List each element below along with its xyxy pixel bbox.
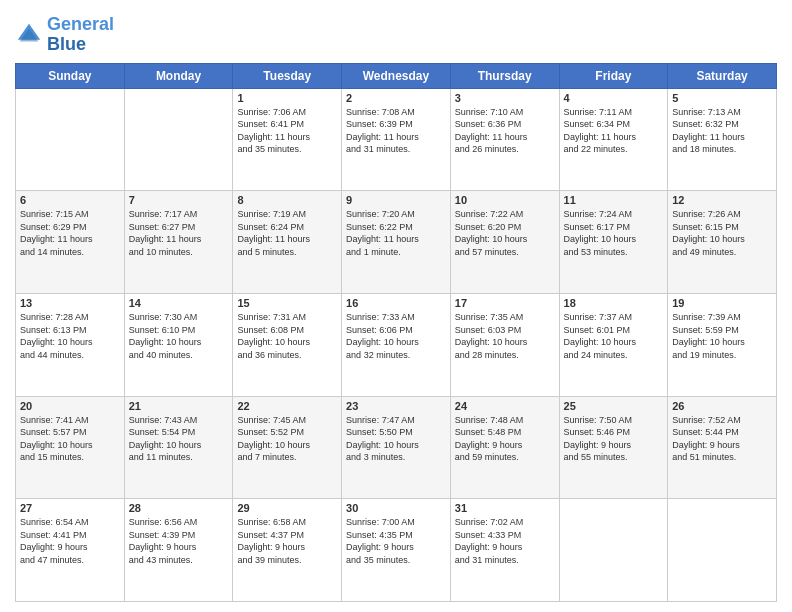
day-info: Sunrise: 7:08 AMSunset: 6:39 PMDaylight:… — [346, 106, 446, 156]
calendar-cell: 24Sunrise: 7:48 AMSunset: 5:48 PMDayligh… — [450, 396, 559, 499]
day-number: 15 — [237, 297, 337, 309]
calendar-cell: 15Sunrise: 7:31 AMSunset: 6:08 PMDayligh… — [233, 293, 342, 396]
calendar-cell: 30Sunrise: 7:00 AMSunset: 4:35 PMDayligh… — [342, 499, 451, 602]
calendar-cell: 8Sunrise: 7:19 AMSunset: 6:24 PMDaylight… — [233, 191, 342, 294]
calendar-cell: 16Sunrise: 7:33 AMSunset: 6:06 PMDayligh… — [342, 293, 451, 396]
day-info: Sunrise: 7:00 AMSunset: 4:35 PMDaylight:… — [346, 516, 446, 566]
calendar-cell: 14Sunrise: 7:30 AMSunset: 6:10 PMDayligh… — [124, 293, 233, 396]
col-header-saturday: Saturday — [668, 63, 777, 88]
day-info: Sunrise: 6:56 AMSunset: 4:39 PMDaylight:… — [129, 516, 229, 566]
day-info: Sunrise: 7:41 AMSunset: 5:57 PMDaylight:… — [20, 414, 120, 464]
day-number: 1 — [237, 92, 337, 104]
day-info: Sunrise: 7:06 AMSunset: 6:41 PMDaylight:… — [237, 106, 337, 156]
calendar-cell: 4Sunrise: 7:11 AMSunset: 6:34 PMDaylight… — [559, 88, 668, 191]
calendar-cell: 2Sunrise: 7:08 AMSunset: 6:39 PMDaylight… — [342, 88, 451, 191]
calendar-cell: 11Sunrise: 7:24 AMSunset: 6:17 PMDayligh… — [559, 191, 668, 294]
day-info: Sunrise: 7:17 AMSunset: 6:27 PMDaylight:… — [129, 208, 229, 258]
day-info: Sunrise: 7:48 AMSunset: 5:48 PMDaylight:… — [455, 414, 555, 464]
calendar-cell — [124, 88, 233, 191]
day-number: 9 — [346, 194, 446, 206]
calendar-cell: 5Sunrise: 7:13 AMSunset: 6:32 PMDaylight… — [668, 88, 777, 191]
day-number: 3 — [455, 92, 555, 104]
calendar-cell: 26Sunrise: 7:52 AMSunset: 5:44 PMDayligh… — [668, 396, 777, 499]
day-info: Sunrise: 7:43 AMSunset: 5:54 PMDaylight:… — [129, 414, 229, 464]
page: General Blue SundayMondayTuesdayWednesda… — [0, 0, 792, 612]
day-info: Sunrise: 7:11 AMSunset: 6:34 PMDaylight:… — [564, 106, 664, 156]
col-header-sunday: Sunday — [16, 63, 125, 88]
col-header-wednesday: Wednesday — [342, 63, 451, 88]
calendar-cell — [16, 88, 125, 191]
day-number: 30 — [346, 502, 446, 514]
col-header-thursday: Thursday — [450, 63, 559, 88]
calendar-cell: 7Sunrise: 7:17 AMSunset: 6:27 PMDaylight… — [124, 191, 233, 294]
day-number: 4 — [564, 92, 664, 104]
calendar-cell — [668, 499, 777, 602]
day-info: Sunrise: 7:02 AMSunset: 4:33 PMDaylight:… — [455, 516, 555, 566]
day-info: Sunrise: 7:39 AMSunset: 5:59 PMDaylight:… — [672, 311, 772, 361]
day-number: 17 — [455, 297, 555, 309]
day-number: 21 — [129, 400, 229, 412]
day-number: 14 — [129, 297, 229, 309]
calendar-cell: 3Sunrise: 7:10 AMSunset: 6:36 PMDaylight… — [450, 88, 559, 191]
day-info: Sunrise: 7:20 AMSunset: 6:22 PMDaylight:… — [346, 208, 446, 258]
day-number: 26 — [672, 400, 772, 412]
calendar-cell: 10Sunrise: 7:22 AMSunset: 6:20 PMDayligh… — [450, 191, 559, 294]
header-row: SundayMondayTuesdayWednesdayThursdayFrid… — [16, 63, 777, 88]
calendar-cell: 31Sunrise: 7:02 AMSunset: 4:33 PMDayligh… — [450, 499, 559, 602]
logo-text: General Blue — [47, 15, 114, 55]
calendar-cell: 28Sunrise: 6:56 AMSunset: 4:39 PMDayligh… — [124, 499, 233, 602]
day-number: 16 — [346, 297, 446, 309]
day-number: 31 — [455, 502, 555, 514]
day-number: 24 — [455, 400, 555, 412]
day-number: 28 — [129, 502, 229, 514]
day-number: 11 — [564, 194, 664, 206]
calendar-cell — [559, 499, 668, 602]
day-number: 23 — [346, 400, 446, 412]
calendar-cell: 6Sunrise: 7:15 AMSunset: 6:29 PMDaylight… — [16, 191, 125, 294]
day-info: Sunrise: 7:10 AMSunset: 6:36 PMDaylight:… — [455, 106, 555, 156]
day-number: 10 — [455, 194, 555, 206]
day-info: Sunrise: 7:52 AMSunset: 5:44 PMDaylight:… — [672, 414, 772, 464]
day-info: Sunrise: 6:54 AMSunset: 4:41 PMDaylight:… — [20, 516, 120, 566]
day-number: 27 — [20, 502, 120, 514]
header: General Blue — [15, 15, 777, 55]
day-number: 29 — [237, 502, 337, 514]
logo: General Blue — [15, 15, 114, 55]
day-info: Sunrise: 7:50 AMSunset: 5:46 PMDaylight:… — [564, 414, 664, 464]
calendar-cell: 23Sunrise: 7:47 AMSunset: 5:50 PMDayligh… — [342, 396, 451, 499]
day-number: 7 — [129, 194, 229, 206]
day-number: 6 — [20, 194, 120, 206]
day-info: Sunrise: 7:31 AMSunset: 6:08 PMDaylight:… — [237, 311, 337, 361]
calendar-cell: 18Sunrise: 7:37 AMSunset: 6:01 PMDayligh… — [559, 293, 668, 396]
day-info: Sunrise: 7:47 AMSunset: 5:50 PMDaylight:… — [346, 414, 446, 464]
calendar-cell: 21Sunrise: 7:43 AMSunset: 5:54 PMDayligh… — [124, 396, 233, 499]
calendar-cell: 27Sunrise: 6:54 AMSunset: 4:41 PMDayligh… — [16, 499, 125, 602]
calendar-cell: 17Sunrise: 7:35 AMSunset: 6:03 PMDayligh… — [450, 293, 559, 396]
day-number: 22 — [237, 400, 337, 412]
day-info: Sunrise: 7:28 AMSunset: 6:13 PMDaylight:… — [20, 311, 120, 361]
day-info: Sunrise: 6:58 AMSunset: 4:37 PMDaylight:… — [237, 516, 337, 566]
day-info: Sunrise: 7:45 AMSunset: 5:52 PMDaylight:… — [237, 414, 337, 464]
day-number: 19 — [672, 297, 772, 309]
calendar-cell: 20Sunrise: 7:41 AMSunset: 5:57 PMDayligh… — [16, 396, 125, 499]
week-row-2: 13Sunrise: 7:28 AMSunset: 6:13 PMDayligh… — [16, 293, 777, 396]
calendar-cell: 29Sunrise: 6:58 AMSunset: 4:37 PMDayligh… — [233, 499, 342, 602]
calendar-cell: 9Sunrise: 7:20 AMSunset: 6:22 PMDaylight… — [342, 191, 451, 294]
day-number: 13 — [20, 297, 120, 309]
calendar-cell: 1Sunrise: 7:06 AMSunset: 6:41 PMDaylight… — [233, 88, 342, 191]
day-number: 12 — [672, 194, 772, 206]
day-number: 8 — [237, 194, 337, 206]
day-number: 2 — [346, 92, 446, 104]
col-header-monday: Monday — [124, 63, 233, 88]
logo-icon — [15, 21, 43, 49]
calendar-cell: 25Sunrise: 7:50 AMSunset: 5:46 PMDayligh… — [559, 396, 668, 499]
week-row-0: 1Sunrise: 7:06 AMSunset: 6:41 PMDaylight… — [16, 88, 777, 191]
col-header-friday: Friday — [559, 63, 668, 88]
week-row-4: 27Sunrise: 6:54 AMSunset: 4:41 PMDayligh… — [16, 499, 777, 602]
day-info: Sunrise: 7:22 AMSunset: 6:20 PMDaylight:… — [455, 208, 555, 258]
day-info: Sunrise: 7:37 AMSunset: 6:01 PMDaylight:… — [564, 311, 664, 361]
day-info: Sunrise: 7:35 AMSunset: 6:03 PMDaylight:… — [455, 311, 555, 361]
col-header-tuesday: Tuesday — [233, 63, 342, 88]
calendar-cell: 19Sunrise: 7:39 AMSunset: 5:59 PMDayligh… — [668, 293, 777, 396]
day-number: 5 — [672, 92, 772, 104]
